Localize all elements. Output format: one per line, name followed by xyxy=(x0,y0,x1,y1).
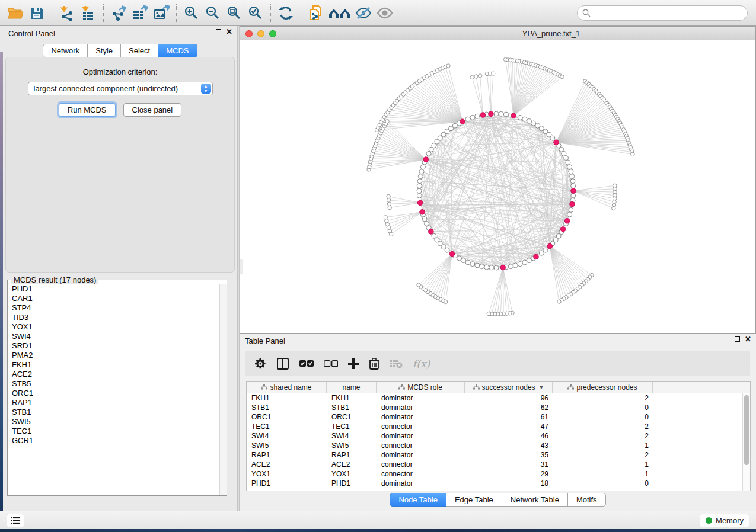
open-folder-button[interactable] xyxy=(5,2,26,24)
zoom-selected-button[interactable] xyxy=(245,2,266,24)
window-maximize-icon[interactable] xyxy=(269,30,276,37)
optimization-criterion-select[interactable]: largest connected component (undirected)… xyxy=(28,82,213,95)
zoom-fit-button[interactable] xyxy=(224,2,245,24)
export-network-button[interactable] xyxy=(108,2,129,24)
mcds-result-item[interactable]: SRD1 xyxy=(8,341,219,351)
mcds-result-item[interactable]: STB1 xyxy=(8,408,219,417)
table-cell[interactable]: dominator xyxy=(377,479,465,488)
table-cell[interactable]: ACE2 xyxy=(247,460,327,469)
delete-column-button[interactable] xyxy=(369,358,379,370)
table-cell[interactable]: YOX1 xyxy=(247,469,327,479)
refresh-button[interactable] xyxy=(275,2,296,24)
table-cell[interactable]: SWI5 xyxy=(247,441,327,450)
table-cell[interactable]: FKH1 xyxy=(247,393,327,403)
close-panel-icon[interactable]: ✕ xyxy=(745,336,751,342)
mcds-result-item[interactable]: FKH1 xyxy=(8,360,219,370)
table-row[interactable]: RAP1RAP1dominator352 xyxy=(247,450,750,460)
table-row[interactable]: SWI5SWI5connector431 xyxy=(247,441,750,450)
canvas-splitter-grip[interactable] xyxy=(240,259,243,274)
table-cell[interactable]: connector xyxy=(377,441,465,450)
table-cell[interactable]: dominator xyxy=(377,403,465,412)
close-panel-button[interactable]: Close panel xyxy=(123,103,182,117)
table-row[interactable]: FKH1FKH1dominator962 xyxy=(247,393,750,403)
mcds-result-item[interactable]: CAR1 xyxy=(8,294,219,303)
table-row[interactable]: PHD1PHD1dominator180 xyxy=(247,479,750,488)
table-scrollbar[interactable] xyxy=(742,393,750,491)
unselect-all-columns-button[interactable] xyxy=(324,360,338,367)
table-row[interactable]: TEC1TEC1connector472 xyxy=(247,422,750,431)
table-cell[interactable]: RAP1 xyxy=(327,450,377,460)
tab-select[interactable]: Select xyxy=(121,44,158,57)
mcds-result-item[interactable]: STP4 xyxy=(8,303,219,313)
mcds-result-item[interactable]: RAP1 xyxy=(8,398,219,408)
table-scrollbar-thumb[interactable] xyxy=(744,395,749,465)
table-cell[interactable]: ACE2 xyxy=(327,460,377,469)
table-cell[interactable]: 47 xyxy=(465,422,553,431)
mcds-result-item[interactable]: PHD1 xyxy=(8,284,219,294)
table-cell[interactable]: 1 xyxy=(553,460,653,469)
table-cell[interactable]: ORC1 xyxy=(247,412,327,422)
column-header[interactable]: predecessor nodes xyxy=(553,382,653,393)
table-cell[interactable]: PHD1 xyxy=(327,479,377,488)
close-panel-icon[interactable]: ✕ xyxy=(226,29,232,34)
table-cell[interactable]: SWI5 xyxy=(327,441,377,450)
show-column-panel-button[interactable] xyxy=(276,357,289,370)
mcds-result-item[interactable]: SWI4 xyxy=(8,332,219,341)
table-cell[interactable]: 29 xyxy=(465,469,553,479)
table-cell[interactable]: 2 xyxy=(553,431,653,441)
mcds-list-scrollbar[interactable] xyxy=(219,284,227,495)
mcds-result-item[interactable]: ORC1 xyxy=(8,389,219,398)
mcds-result-item[interactable]: TEC1 xyxy=(8,427,219,436)
task-history-button[interactable] xyxy=(7,514,24,527)
table-cell[interactable]: TEC1 xyxy=(327,422,377,431)
table-cell[interactable]: connector xyxy=(377,460,465,469)
save-button[interactable] xyxy=(26,2,47,24)
table-cell[interactable]: YOX1 xyxy=(327,469,377,479)
table-cell[interactable]: 0 xyxy=(553,479,653,488)
function-builder-button[interactable]: f(x) xyxy=(413,358,430,370)
table-cell[interactable]: 1 xyxy=(553,469,653,479)
import-network-button[interactable] xyxy=(56,2,78,24)
tab-network[interactable]: Network xyxy=(43,44,88,57)
select-all-columns-button[interactable] xyxy=(299,360,314,367)
table-cell[interactable]: RAP1 xyxy=(247,450,327,460)
table-cell[interactable]: connector xyxy=(377,469,465,479)
zoom-out-button[interactable] xyxy=(202,2,224,24)
mcds-result-item[interactable]: STB5 xyxy=(8,379,219,389)
table-cell[interactable]: 31 xyxy=(465,460,553,469)
zoom-in-button[interactable] xyxy=(181,2,202,24)
import-table-button[interactable] xyxy=(78,2,99,24)
table-cell[interactable]: ORC1 xyxy=(327,412,377,422)
table-cell[interactable]: PHD1 xyxy=(247,479,327,488)
tab-mcds[interactable]: MCDS xyxy=(158,44,197,57)
export-table-button[interactable] xyxy=(129,2,151,24)
table-cell[interactable]: connector xyxy=(377,422,465,431)
column-header[interactable]: MCDS role xyxy=(377,382,465,393)
mcds-result-item[interactable]: ACE2 xyxy=(8,370,219,379)
table-row[interactable]: YOX1YOX1connector291 xyxy=(247,469,750,479)
duplicate-network-button[interactable] xyxy=(305,2,327,24)
table-row[interactable]: ORC1ORC1dominator610 xyxy=(247,412,750,422)
mcds-result-item[interactable]: SWI5 xyxy=(8,417,219,427)
delete-table-button[interactable] xyxy=(390,359,403,368)
tab-motifs[interactable]: Motifs xyxy=(568,493,606,507)
tab-node-table[interactable]: Node Table xyxy=(390,493,446,507)
table-cell[interactable]: 96 xyxy=(465,393,553,403)
run-mcds-button[interactable]: Run MCDS xyxy=(59,103,116,117)
table-cell[interactable]: dominator xyxy=(377,450,465,460)
create-column-button[interactable] xyxy=(348,358,359,369)
column-header[interactable]: name xyxy=(327,382,377,393)
table-cell[interactable]: STB1 xyxy=(247,403,327,412)
column-header[interactable]: shared name xyxy=(247,382,327,393)
search-input[interactable] xyxy=(577,5,748,21)
window-minimize-icon[interactable] xyxy=(257,30,264,37)
table-row[interactable]: SWI4SWI4dominator462 xyxy=(247,431,750,441)
window-close-icon[interactable] xyxy=(245,30,253,37)
table-cell[interactable]: 0 xyxy=(553,412,653,422)
table-cell[interactable]: SWI4 xyxy=(327,431,377,441)
float-panel-icon[interactable] xyxy=(216,29,221,34)
table-cell[interactable]: dominator xyxy=(377,431,465,441)
export-image-button[interactable] xyxy=(151,2,172,24)
table-cell[interactable]: 2 xyxy=(553,393,653,403)
table-cell[interactable]: 0 xyxy=(553,403,653,412)
